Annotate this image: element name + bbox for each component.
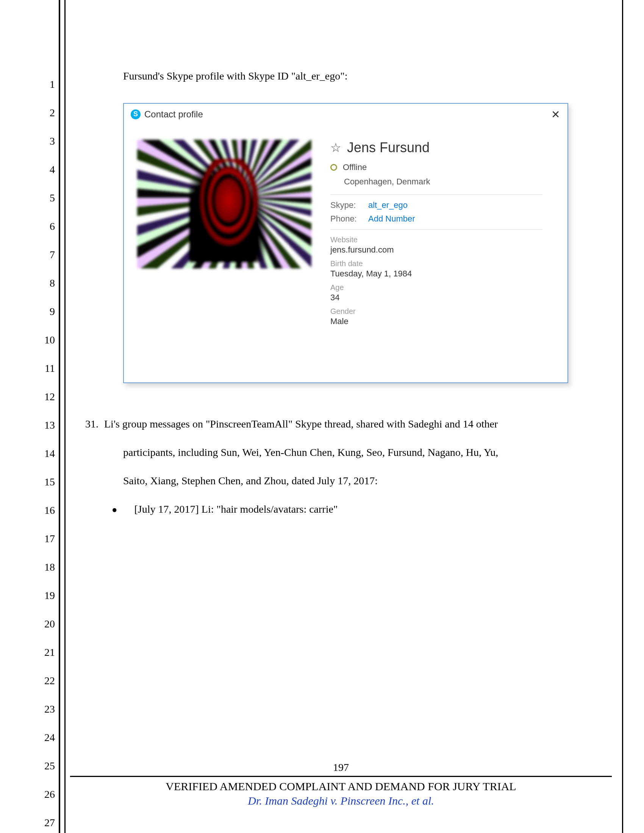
- line-number: 22: [38, 666, 55, 695]
- website-value: jens.fursund.com: [330, 245, 554, 255]
- line-number: 23: [38, 695, 55, 723]
- footer-rule: [70, 776, 612, 777]
- paragraph-text: participants, including Sun, Wei, Yen-Ch…: [85, 438, 608, 466]
- birth-date-value: Tuesday, May 1, 1984: [330, 269, 554, 279]
- gender-label: Gender: [330, 307, 554, 316]
- profile-info: ☆ Jens Fursund Offline Copenhagen, Denma…: [330, 140, 554, 326]
- bullet-text: [July 17, 2017] Li: "hair models/avatars…: [134, 495, 338, 523]
- line-number: 11: [38, 354, 55, 383]
- bullet-icon: ●: [112, 495, 118, 524]
- divider: [330, 230, 543, 230]
- line-number: 15: [38, 468, 55, 496]
- line-number: 14: [38, 439, 55, 468]
- skype-titlebar: S Contact profile ✕: [124, 104, 567, 125]
- inner-vertical-rule: [64, 0, 66, 833]
- line-number: 5: [38, 183, 55, 212]
- line-number: 4: [38, 155, 55, 183]
- phone-label: Phone:: [330, 214, 368, 224]
- intro-text: Fursund's Skype profile with Skype ID "a…: [123, 70, 608, 82]
- add-number-link[interactable]: Add Number: [368, 214, 415, 224]
- skype-body: ☆ Jens Fursund Offline Copenhagen, Denma…: [124, 125, 567, 334]
- profile-location: Copenhagen, Denmark: [344, 177, 554, 187]
- line-number: 16: [38, 496, 55, 524]
- age-value: 34: [330, 293, 554, 302]
- line-number: 21: [38, 638, 55, 666]
- line-number: 2: [38, 98, 55, 127]
- line-number: 20: [38, 609, 55, 638]
- line-number: 12: [38, 383, 55, 411]
- page-content: Fursund's Skype profile with Skype ID "a…: [85, 70, 608, 524]
- line-number: 7: [38, 240, 55, 269]
- divider: [330, 194, 543, 195]
- line-number: 1: [38, 70, 55, 98]
- line-number-gutter: 1 2 3 4 5 6 7 8 9 10 11 12 13 14 15 16 1…: [38, 70, 55, 833]
- line-number: 13: [38, 411, 55, 439]
- skype-contact-profile-window: S Contact profile ✕ ☆ Jens Fursund Offli…: [123, 103, 568, 383]
- line-number: 24: [38, 723, 55, 752]
- bullet-item: ● [July 17, 2017] Li: "hair models/avata…: [112, 495, 608, 524]
- birth-date-label: Birth date: [330, 259, 554, 268]
- line-number: 10: [38, 326, 55, 354]
- skype-window-title: Contact profile: [144, 109, 203, 120]
- profile-avatar-image: [137, 140, 311, 269]
- paragraph-31: 31.Li's group messages on "PinscreenTeam…: [85, 410, 608, 524]
- skype-id-label: Skype:: [330, 200, 368, 210]
- page-number: 197: [70, 761, 612, 774]
- close-icon[interactable]: ✕: [551, 108, 560, 121]
- paragraph-text: Li's group messages on "PinscreenTeamAll…: [104, 418, 498, 430]
- line-number: 19: [38, 581, 55, 609]
- line-number: 6: [38, 212, 55, 240]
- skype-id-value[interactable]: alt_er_ego: [368, 200, 407, 210]
- line-number: 26: [38, 780, 55, 808]
- favorite-star-icon[interactable]: ☆: [330, 140, 341, 155]
- line-number: 18: [38, 553, 55, 581]
- profile-name: Jens Fursund: [347, 140, 430, 156]
- paragraph-text: Saito, Xiang, Stephen Chen, and Zhou, da…: [85, 466, 608, 495]
- line-number: 17: [38, 524, 55, 553]
- paragraph-number: 31.: [85, 410, 104, 438]
- skype-logo-icon: S: [131, 109, 140, 119]
- line-number: 8: [38, 269, 55, 297]
- age-label: Age: [330, 283, 554, 292]
- line-number: 9: [38, 297, 55, 326]
- footer-title: VERIFIED AMENDED COMPLAINT AND DEMAND FO…: [70, 780, 612, 793]
- page-footer: 197 VERIFIED AMENDED COMPLAINT AND DEMAN…: [70, 761, 612, 807]
- website-label: Website: [330, 235, 554, 244]
- status-text: Offline: [343, 162, 367, 172]
- footer-case-caption: Dr. Iman Sadeghi v. Pinscreen Inc., et a…: [70, 794, 612, 807]
- line-number: 25: [38, 752, 55, 780]
- line-number: 27: [38, 808, 55, 833]
- gender-value: Male: [330, 317, 554, 326]
- line-number: 3: [38, 127, 55, 155]
- status-offline-icon: [330, 164, 337, 171]
